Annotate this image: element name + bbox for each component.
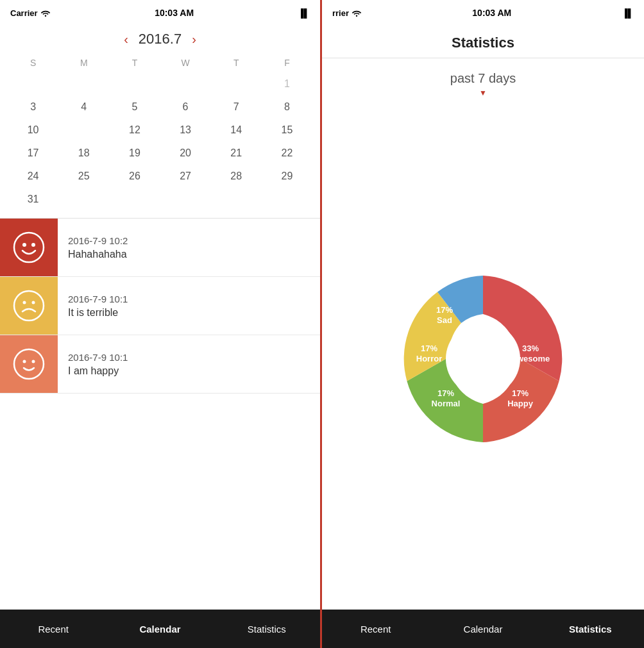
- calendar-day[interactable]: 10: [8, 119, 58, 141]
- svg-point-7: [14, 349, 44, 379]
- calendar-week: 171819202122: [8, 142, 312, 164]
- calendar-day[interactable]: 26: [109, 165, 160, 187]
- entry-text-1: It is terrible: [68, 307, 310, 319]
- status-bar-left: Carrier 10:03 AM ▐▌: [0, 0, 320, 26]
- calendar-day[interactable]: 17: [8, 142, 58, 164]
- nav-statistics-label-left: Statistics: [248, 624, 286, 635]
- svg-point-1: [14, 233, 44, 262]
- calendar-day: [262, 188, 312, 210]
- entry-icon-0: [0, 219, 58, 276]
- calendar-header: ‹ 2016.7 ›: [0, 26, 320, 55]
- calendar-day[interactable]: 25: [58, 165, 109, 187]
- calendar-week: 31: [8, 188, 312, 210]
- calendar-day[interactable]: 12: [109, 119, 160, 141]
- battery-icon-left: ▐▌: [298, 8, 310, 18]
- label-awesome-text: Awesome: [511, 354, 550, 363]
- calendar-day: [58, 73, 109, 95]
- nav-statistics-left[interactable]: Statistics: [214, 610, 320, 648]
- right-panel: rrier 10:03 AM ▐▌ Statistics past 7 days…: [322, 0, 644, 648]
- carrier-text-right: rrier: [332, 8, 349, 18]
- entry-date-1: 2016-7-9 10:1: [68, 294, 310, 304]
- calendar-day[interactable]: 7: [211, 96, 262, 118]
- calendar-day: [109, 73, 160, 95]
- nav-statistics-right[interactable]: Statistics: [537, 610, 644, 648]
- calendar-week: 101112131415: [8, 119, 312, 141]
- calendar-day: [58, 188, 109, 210]
- calendar-weeks: 1345678101112131415171819202122242526272…: [8, 73, 312, 210]
- battery-icon-right: ▐▌: [622, 8, 634, 18]
- label-horror-text: Horror: [416, 354, 442, 363]
- status-icons-right: ▐▌: [622, 8, 634, 18]
- nav-calendar-label-right: Calendar: [464, 624, 503, 635]
- calendar-day[interactable]: 22: [262, 142, 312, 164]
- entry-item[interactable]: 2016-7-9 10:1I am happy: [0, 335, 320, 394]
- carrier-right: rrier: [332, 8, 362, 18]
- svg-point-4: [14, 291, 44, 320]
- svg-point-5: [23, 301, 26, 304]
- calendar-day[interactable]: 21: [211, 142, 262, 164]
- time-right: 10:03 AM: [472, 8, 511, 18]
- entry-date-0: 2016-7-9 10:2: [68, 235, 310, 246]
- nav-statistics-label-right: Statistics: [569, 624, 612, 635]
- calendar-day: [211, 73, 262, 95]
- calendar-day[interactable]: 18: [58, 142, 109, 164]
- entry-item[interactable]: 2016-7-9 10:2Hahahahaha: [0, 219, 320, 277]
- entry-content-2: 2016-7-9 10:1I am happy: [58, 342, 320, 387]
- nav-calendar-right[interactable]: Calendar: [429, 610, 536, 648]
- svg-point-3: [31, 243, 35, 247]
- day-header-m: M: [58, 55, 109, 71]
- calendar-day[interactable]: 14: [211, 119, 262, 141]
- entry-icon-2: [0, 335, 58, 393]
- calendar-day: [160, 188, 210, 210]
- calendar-day[interactable]: 28: [211, 165, 262, 187]
- nav-recent-label-left: Recent: [38, 624, 69, 635]
- calendar-day[interactable]: 8: [262, 96, 312, 118]
- calendar-day: [211, 188, 262, 210]
- day-header-w: W: [160, 55, 210, 71]
- donut-hole: [446, 322, 520, 396]
- nav-recent-left[interactable]: Recent: [0, 610, 106, 648]
- calendar-day[interactable]: 13: [160, 119, 210, 141]
- day-header-t2: T: [211, 55, 262, 71]
- bottom-nav-left: Recent Calendar Statistics: [0, 610, 320, 648]
- entry-date-2: 2016-7-9 10:1: [68, 352, 310, 363]
- next-month-button[interactable]: ›: [192, 32, 196, 47]
- label-normal-percent: 17%: [437, 388, 454, 398]
- calendar-day[interactable]: 11: [58, 119, 109, 141]
- prev-month-button[interactable]: ‹: [124, 32, 128, 47]
- calendar-title: 2016.7: [139, 31, 182, 47]
- label-horror-percent: 17%: [421, 344, 437, 353]
- calendar-day[interactable]: 5: [109, 96, 160, 118]
- calendar-day[interactable]: 29: [262, 165, 312, 187]
- calendar-day[interactable]: 24: [8, 165, 58, 187]
- calendar-grid: S M T W T F 1345678101112131415171819202…: [0, 55, 320, 210]
- entry-item[interactable]: 2016-7-9 10:1It is terrible: [0, 277, 320, 335]
- bottom-nav-right: Recent Calendar Statistics: [322, 610, 644, 648]
- time-left: 10:03 AM: [155, 8, 194, 18]
- svg-point-6: [32, 301, 35, 304]
- entry-text-0: Hahahahaha: [68, 249, 310, 260]
- calendar-day[interactable]: 15: [262, 119, 312, 141]
- nav-recent-right[interactable]: Recent: [322, 610, 429, 648]
- entry-icon-1: [0, 277, 58, 335]
- donut-chart: 33% Awesome 17% Happy 17% Normal 17% Hor…: [380, 256, 586, 461]
- entry-content-0: 2016-7-9 10:2Hahahahaha: [58, 225, 320, 270]
- svg-point-10: [356, 15, 357, 17]
- svg-point-0: [44, 15, 46, 17]
- calendar-day[interactable]: 31: [8, 188, 58, 210]
- calendar-day[interactable]: 4: [58, 96, 109, 118]
- calendar-day[interactable]: 6: [160, 96, 210, 118]
- calendar-day[interactable]: 1: [262, 73, 312, 95]
- calendar-day: [109, 188, 160, 210]
- calendar-day[interactable]: 3: [8, 96, 58, 118]
- calendar-day[interactable]: 19: [109, 142, 160, 164]
- svg-point-2: [22, 243, 26, 247]
- calendar-day[interactable]: 20: [160, 142, 210, 164]
- label-normal-text: Normal: [432, 399, 461, 408]
- calendar-day[interactable]: 27: [160, 165, 210, 187]
- nav-calendar-left[interactable]: Calendar: [106, 610, 213, 648]
- nav-recent-label-right: Recent: [360, 624, 391, 635]
- day-header-f: F: [262, 55, 312, 71]
- calendar-week: 242526272829: [8, 165, 312, 187]
- stats-period[interactable]: past 7 days: [322, 58, 644, 88]
